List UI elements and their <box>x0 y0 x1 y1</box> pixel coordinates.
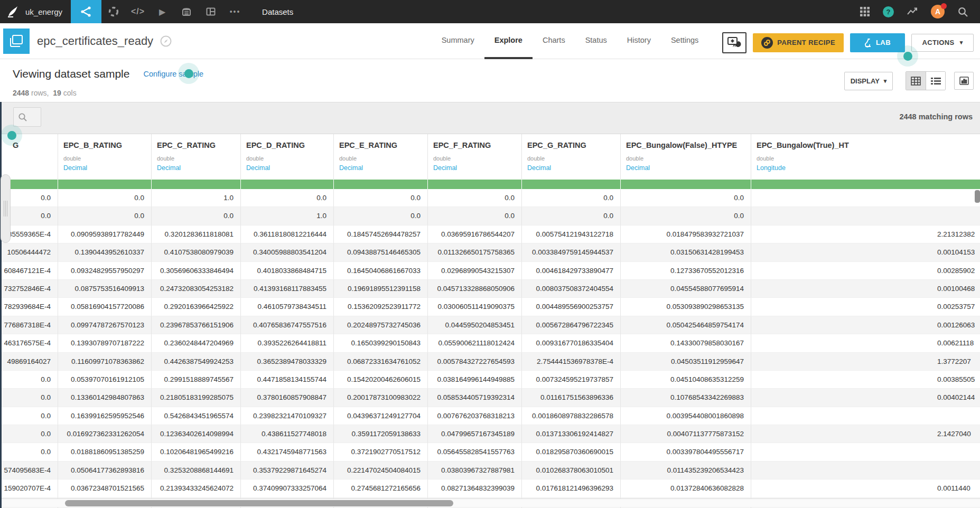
table-row: 0.00.018818609513852590.1020648196549921… <box>0 443 980 461</box>
flow-icon[interactable] <box>71 0 101 23</box>
table-cell: 0.00100468 <box>751 280 980 298</box>
apps-waffle-icon[interactable] <box>860 0 870 23</box>
column-meaning[interactable]: Decimal <box>339 164 427 172</box>
recipes-icon[interactable] <box>101 0 126 23</box>
table-cell: 0.37409907333257064 <box>241 479 334 497</box>
dashboards-icon[interactable] <box>199 0 223 23</box>
tab-status[interactable]: Status <box>575 23 617 59</box>
column-meaning[interactable]: Decimal <box>433 164 521 172</box>
table-view-button[interactable] <box>906 72 926 90</box>
table-cell: 0.0 <box>58 207 152 225</box>
matching-rows-count: 2448 matching rows <box>899 112 973 121</box>
column-meaning[interactable]: Decimal <box>527 164 620 172</box>
column-meaning[interactable]: Decimal <box>157 164 240 172</box>
table-cell: 0.0 <box>0 407 58 425</box>
actions-hint-dot[interactable] <box>897 45 918 67</box>
table-cell: 0.0875753516409913 <box>58 280 152 298</box>
table-row: 732752846E-40.08757535164099130.24732083… <box>0 280 980 298</box>
row-col-counts: 2448 rows, 19 cols <box>13 89 77 97</box>
column-meaning[interactable]: Decimal <box>626 164 751 172</box>
help-icon[interactable]: ? <box>883 6 894 17</box>
lab-button[interactable]: LAB <box>850 33 905 52</box>
table-cell: 0.017618121496396293 <box>522 479 621 497</box>
code-icon[interactable]: </> <box>126 0 150 23</box>
dataiku-logo-icon[interactable] <box>4 0 22 23</box>
table-body: 0.00.01.00.00.00.00.00.00.00.00.01.00.00… <box>0 189 980 508</box>
table-cell: 0.058534405719392314 <box>428 389 522 407</box>
list-view-button[interactable] <box>926 72 945 90</box>
table-cell: 159020707E-4 <box>0 479 58 497</box>
actions-label: ACTIONS <box>922 39 954 46</box>
column-header[interactable]: EPC_D_RATINGdoubleDecimal <box>241 134 334 180</box>
column-storage-type: double <box>626 155 751 162</box>
jobs-play-icon[interactable]: ▶ <box>150 0 174 23</box>
column-meaning[interactable]: Longitude <box>757 164 980 172</box>
table-cell: 0.003954408001860898 <box>621 407 751 425</box>
validity-cell <box>621 180 751 189</box>
table-cell: 782939684E-4 <box>0 298 58 316</box>
tab-charts[interactable]: Charts <box>533 23 575 59</box>
metrics-trend-icon[interactable] <box>907 0 918 23</box>
horizontal-scrollbar-handle[interactable] <box>65 500 453 506</box>
left-drawer-handle[interactable] <box>1 174 11 243</box>
table-cell: 0.13360142984807863 <box>58 389 152 407</box>
table-cell: 0.0 <box>334 207 428 225</box>
user-avatar[interactable]: A <box>931 5 945 18</box>
column-stats-button[interactable] <box>954 72 974 90</box>
tab-history[interactable]: History <box>617 23 661 59</box>
notebooks-icon[interactable] <box>174 0 199 23</box>
table-cell: 0.030060511419090375 <box>428 298 522 316</box>
navigate-flow-icon[interactable] <box>160 35 172 48</box>
column-header[interactable]: EPC_E_RATINGdoubleDecimal <box>334 134 428 180</box>
parent-recipe-button[interactable]: PARENT RECIPE <box>753 33 844 52</box>
column-header[interactable]: EPC_G_RATINGdoubleDecimal <box>522 134 621 180</box>
table-cell: 0.12733670552012316 <box>621 262 751 280</box>
table-cell: 732752846E-4 <box>0 280 58 298</box>
filter-toolbar: 2448 matching rows <box>0 102 980 134</box>
tab-summary[interactable]: Summary <box>432 23 484 59</box>
search-icon[interactable] <box>957 0 968 23</box>
display-dropdown[interactable]: DISPLAY ▾ <box>844 72 893 90</box>
table-cell: 0.005672864796722345 <box>522 316 621 334</box>
column-header[interactable]: EPC_Bungalow(True)_HTdoubleLongitude <box>751 134 980 180</box>
tab-explore[interactable]: Explore <box>484 23 533 59</box>
table-cell: 0.09324829557950297 <box>58 262 152 280</box>
dataset-table: GEPC_B_RATINGdoubleDecimalEPC_C_RATINGdo… <box>0 134 980 508</box>
discussions-button[interactable] <box>722 32 746 53</box>
tab-settings[interactable]: Settings <box>661 23 708 59</box>
column-header[interactable]: EPC_C_RATINGdoubleDecimal <box>152 134 241 180</box>
column-meaning[interactable]: Decimal <box>246 164 333 172</box>
table-cell <box>751 407 980 425</box>
configure-sample-hint-dot[interactable] <box>178 63 199 84</box>
table-search-input[interactable] <box>13 107 41 127</box>
validity-cell <box>428 180 522 189</box>
rows-count: 2448 <box>13 89 29 97</box>
table-cell <box>751 462 980 479</box>
column-header[interactable]: EPC_Bungalow(False)_HTYPEdoubleDecimal <box>621 134 751 180</box>
dataset-icon <box>3 29 30 54</box>
table-row: 105064444720.13904439526103370.410753808… <box>0 243 980 261</box>
table-hint-dot[interactable] <box>1 125 22 146</box>
dataset-title: epc_certificates_ready <box>37 34 153 48</box>
column-header[interactable]: EPC_B_RATINGdoubleDecimal <box>58 134 152 180</box>
actions-button[interactable]: ACTIONS ▾ <box>911 34 974 52</box>
horizontal-scrollbar[interactable] <box>2 498 980 507</box>
more-icon[interactable]: ••• <box>223 0 247 23</box>
project-name[interactable]: uk_energy <box>25 7 62 16</box>
table-cell: 0.4471858134155744 <box>241 371 334 389</box>
table-cell: 0.004489556900253757 <box>522 298 621 316</box>
table-cell: 0.03672348701521565 <box>58 479 152 497</box>
table-cell: 0.21393433245624072 <box>152 479 241 497</box>
table-cell: 0.21805183199285075 <box>152 389 241 407</box>
column-meaning[interactable]: Decimal <box>63 164 151 172</box>
table-cell: 0.0018608978832286578 <box>522 407 621 425</box>
table-cell: 2.1427040 <box>751 425 980 443</box>
table-cell: 0.0 <box>0 389 58 407</box>
table-cell: 0.3721902770517512 <box>334 443 428 461</box>
table-cell: 0.13930789707187222 <box>58 334 152 352</box>
dataiku-explore-page: uk_energy </> ▶ <box>0 0 980 508</box>
table-cell: 0.04554588077695914 <box>621 280 751 298</box>
column-header[interactable]: EPC_F_RATINGdoubleDecimal <box>428 134 522 180</box>
table-row: 159020707E-40.036723487015215650.2139343… <box>0 479 980 497</box>
vertical-scrollbar-handle[interactable] <box>975 190 980 203</box>
